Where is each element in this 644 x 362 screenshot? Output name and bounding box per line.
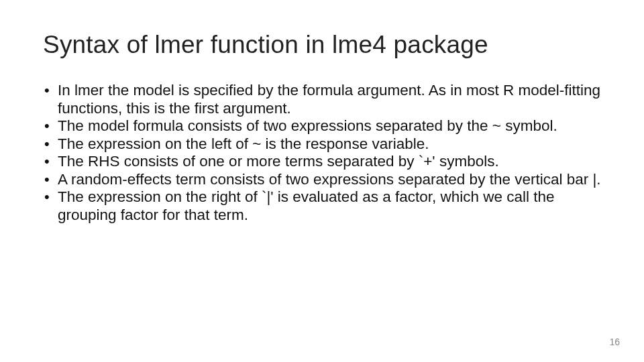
page-number: 16 <box>609 337 620 347</box>
list-item: The expression on the right of `|' is ev… <box>43 188 601 224</box>
bullet-list: In lmer the model is specified by the fo… <box>43 82 601 224</box>
list-item: The expression on the left of ~ is the r… <box>43 135 601 154</box>
list-item: The model formula consists of two expres… <box>43 117 601 135</box>
slide: Syntax of lmer function in lme4 package … <box>0 0 644 362</box>
list-item: A random-effects term consists of two ex… <box>43 171 601 189</box>
list-item: The RHS consists of one or more terms se… <box>43 153 601 171</box>
slide-title: Syntax of lmer function in lme4 package <box>43 31 601 59</box>
list-item: In lmer the model is specified by the fo… <box>43 82 601 117</box>
